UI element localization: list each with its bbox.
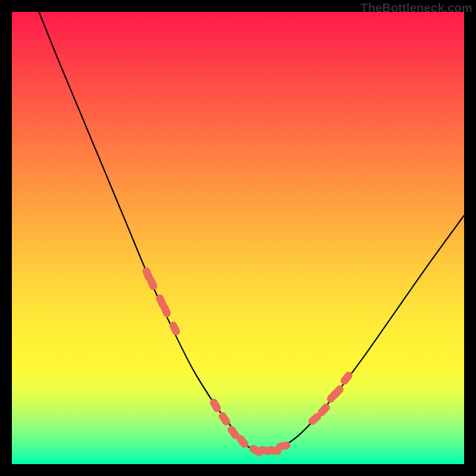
- curve-svg: [12, 12, 464, 464]
- marker-group: [141, 266, 354, 458]
- curve-line: [39, 12, 464, 451]
- watermark-text: TheBottleneck.com: [361, 1, 472, 15]
- marker: [275, 441, 291, 451]
- bottleneck-curve: [39, 12, 464, 451]
- plot-area: [12, 12, 464, 464]
- chart-container: TheBottleneck.com: [0, 0, 476, 476]
- svg-rect-12: [275, 441, 291, 451]
